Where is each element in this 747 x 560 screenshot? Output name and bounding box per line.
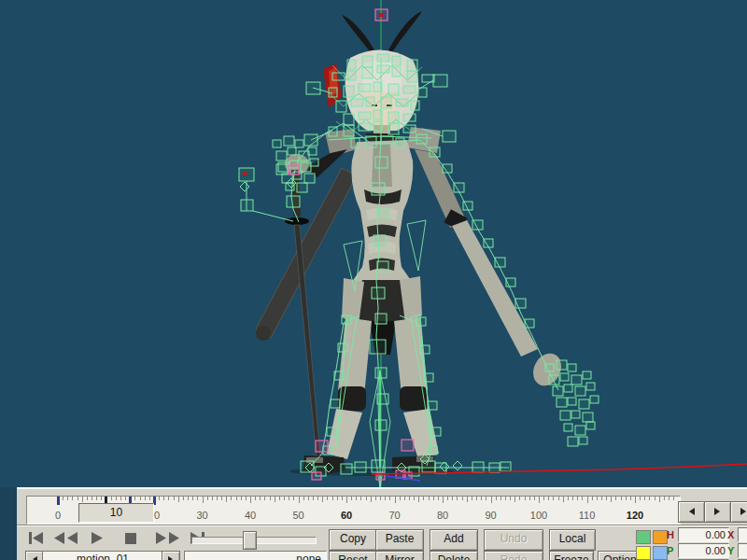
x-value-field[interactable] (738, 527, 747, 542)
rig-control-box[interactable] (359, 123, 371, 131)
rig-control-box[interactable] (342, 315, 351, 324)
fast-forward-button[interactable] (153, 531, 181, 546)
rig-control-box[interactable] (372, 183, 385, 195)
rig-control-box[interactable] (381, 97, 391, 108)
rig-control-box[interactable] (297, 183, 307, 192)
rig-control-box[interactable] (287, 196, 300, 207)
undo-button[interactable]: Undo (484, 529, 543, 551)
rig-control-box[interactable] (560, 373, 569, 381)
copy-button[interactable]: Copy (329, 529, 377, 551)
rig-control-box[interactable] (377, 261, 388, 272)
rig-control-box[interactable] (472, 462, 484, 472)
rig-control-box[interactable] (344, 86, 354, 97)
bone-group-color-swatch[interactable] (636, 530, 651, 544)
rig-control-box[interactable] (431, 427, 441, 436)
rig-control-box[interactable] (334, 371, 344, 380)
reset-button[interactable]: Reset (329, 551, 377, 560)
rig-control-box[interactable] (472, 220, 483, 230)
first-frame-button[interactable] (28, 531, 47, 546)
rig-control-box[interactable] (306, 82, 320, 94)
rig-control-box[interactable] (433, 75, 447, 87)
rig-control-box[interactable] (375, 314, 387, 324)
keyframe-marker[interactable] (57, 497, 60, 505)
rig-control-box[interactable] (463, 202, 472, 210)
rig-selected-control[interactable] (289, 165, 299, 175)
rig-control-box[interactable] (388, 112, 399, 123)
heading-value-field[interactable]: 0.00 (678, 527, 729, 542)
rig-control-box[interactable] (341, 464, 352, 474)
selection-field[interactable]: none (184, 551, 327, 560)
rig-control-box[interactable] (284, 136, 294, 146)
rig-control-box[interactable] (557, 360, 567, 370)
bone-group-color-swatch[interactable] (653, 530, 668, 544)
rig-control-box[interactable] (579, 437, 587, 444)
rig-control-box[interactable] (347, 60, 356, 69)
rig-control-box[interactable] (375, 157, 388, 168)
rig-control-box[interactable] (359, 84, 371, 91)
rig-selected-control[interactable] (316, 441, 328, 452)
rig-control-box[interactable] (392, 56, 401, 65)
rewind-button[interactable] (52, 531, 80, 546)
timeline-scroll-end-button[interactable] (730, 501, 747, 523)
rig-control-box[interactable] (564, 424, 572, 431)
rig-control-box[interactable] (428, 446, 437, 455)
rig-control-box[interactable] (375, 368, 387, 378)
rig-control-box[interactable] (374, 235, 386, 246)
rig-control-box[interactable] (586, 383, 595, 390)
stop-button[interactable] (123, 531, 138, 546)
rig-control-box[interactable] (370, 340, 386, 354)
rig-bone-shape[interactable] (407, 220, 426, 271)
timeline-scroll-left-button[interactable] (678, 501, 705, 523)
rig-control-box[interactable] (329, 88, 337, 97)
rig-control-box[interactable] (443, 131, 456, 142)
rig-control-diamond[interactable] (240, 182, 249, 191)
rig-control-box[interactable] (407, 71, 417, 82)
rig-control-box[interactable] (374, 121, 382, 131)
rig-control-box[interactable] (484, 239, 493, 247)
rig-control-box[interactable] (347, 71, 356, 80)
redo-button[interactable]: Redo (484, 551, 543, 560)
current-frame-input[interactable]: 10 (78, 503, 154, 523)
rig-control-box[interactable] (372, 287, 385, 299)
rig-control-box[interactable] (403, 125, 416, 133)
rig-control-box[interactable] (407, 60, 417, 71)
rig-control-box[interactable] (372, 460, 385, 472)
rig-control-box[interactable] (377, 54, 389, 62)
rig-control-box[interactable] (416, 317, 426, 326)
rig-control-box[interactable] (454, 183, 464, 192)
rig-control-box[interactable] (374, 110, 382, 119)
rig-control-box[interactable] (515, 299, 526, 308)
rig-control-box[interactable] (424, 373, 433, 382)
rig-control-box[interactable] (388, 123, 399, 134)
rig-control-box[interactable] (564, 385, 572, 392)
play-button[interactable] (88, 531, 106, 546)
rig-control-box[interactable] (304, 134, 317, 146)
rig-control-box[interactable] (506, 278, 515, 287)
rig-control-box[interactable] (344, 125, 354, 136)
rig-control-box[interactable] (301, 162, 311, 172)
rig-control-box[interactable] (568, 364, 576, 371)
rig-control-box[interactable] (443, 164, 452, 173)
rig-control-box[interactable] (571, 375, 582, 385)
rig-control-box[interactable] (366, 136, 376, 147)
rig-selected-control[interactable] (402, 440, 414, 451)
rig-selected-control[interactable] (312, 472, 321, 480)
rig-control-box[interactable] (571, 411, 580, 418)
rig-control-box[interactable] (422, 75, 434, 82)
add-button[interactable]: Add (430, 529, 478, 551)
rig-control-box[interactable] (411, 101, 419, 110)
rig-control-box[interactable] (366, 97, 374, 106)
delete-button[interactable]: Delete (430, 551, 478, 560)
y-value-field[interactable] (738, 543, 747, 558)
rig-control-box[interactable] (557, 398, 567, 407)
rig-control-box[interactable] (388, 84, 399, 95)
rig-control-box[interactable] (430, 147, 440, 157)
rig-control-box[interactable] (396, 138, 404, 147)
rig-control-box[interactable] (375, 420, 387, 430)
rig-control-box[interactable] (276, 151, 287, 161)
rig-control-box[interactable] (583, 371, 591, 379)
pitch-value-field[interactable]: 0.00 (678, 543, 729, 558)
rig-control-box[interactable] (331, 399, 340, 408)
rig-control-box[interactable] (428, 401, 437, 410)
rig-control-box[interactable] (525, 319, 534, 328)
